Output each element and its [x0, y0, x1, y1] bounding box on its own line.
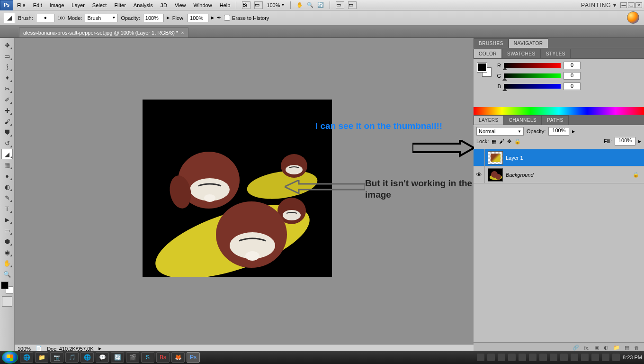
delete-layer-icon[interactable]: 🗑 [634, 345, 639, 351]
shape-tool[interactable]: ▭ [1, 225, 13, 236]
dodge-tool[interactable]: ◐ [1, 182, 13, 192]
taskbar-app-icon[interactable]: 🎬 [126, 352, 139, 363]
zoom-tool-icon[interactable]: 🔍 [307, 2, 313, 8]
b-slider[interactable] [504, 84, 561, 89]
menu-select[interactable]: Select [89, 2, 111, 8]
tray-icon[interactable] [529, 354, 537, 361]
layer-row[interactable]: 👁 Layer 1 [474, 149, 644, 166]
opacity-field[interactable]: 100% [143, 14, 164, 22]
blur-tool[interactable]: ● [1, 171, 13, 181]
adjustment-layer-icon[interactable]: ◐ [604, 345, 608, 351]
layer-mask-icon[interactable]: ▣ [594, 345, 599, 351]
pen-tool[interactable]: ✎ [1, 192, 13, 203]
screen-mode-icon[interactable]: ▭ [336, 1, 344, 9]
menu-help[interactable]: Help [216, 2, 234, 8]
taskbar-app-icon[interactable]: 🔄 [111, 352, 124, 363]
arrange-docs-icon[interactable]: ▭ [254, 1, 263, 9]
document-tab[interactable]: alessi-banana-bros-salt-pepper-set.jpg @… [19, 27, 188, 37]
g-value-field[interactable]: 0 [564, 72, 581, 80]
tray-icon[interactable] [560, 354, 568, 361]
brush-preset-picker[interactable]: • [36, 14, 55, 22]
opacity-arrow-icon[interactable]: ▶ [572, 129, 575, 134]
navigator-panel-tab[interactable]: NAVIGATOR [509, 38, 548, 48]
layer-thumbnail[interactable] [488, 151, 503, 164]
layer-name[interactable]: Layer 1 [506, 155, 523, 161]
type-tool[interactable]: T [1, 203, 13, 214]
menu-window[interactable]: Window [190, 2, 216, 8]
opacity-arrow-icon[interactable]: ▶ [167, 16, 170, 20]
tray-icon[interactable] [519, 354, 526, 361]
fill-arrow-icon[interactable]: ▶ [638, 139, 641, 144]
layer-name[interactable]: Background [506, 172, 534, 178]
brush-tool[interactable]: 🖌 [1, 116, 13, 127]
b-value-field[interactable]: 0 [564, 82, 581, 90]
3d-tool[interactable]: ⬢ [1, 236, 13, 246]
fill-field[interactable]: 100% [615, 137, 635, 146]
taskbar-photoshop-icon[interactable]: Ps [187, 352, 200, 363]
taskbar-app-icon[interactable]: 📷 [50, 352, 63, 363]
layers-panel-tab[interactable]: LAYERS [474, 115, 504, 125]
taskbar-app-icon[interactable]: 🦊 [171, 352, 185, 363]
color-spectrum[interactable] [474, 107, 644, 115]
flow-field[interactable]: 100% [188, 14, 208, 22]
brushes-panel-tab[interactable]: BRUSHES [474, 38, 509, 48]
channels-panel-tab[interactable]: CHANNELS [504, 115, 542, 125]
menu-file[interactable]: File [13, 2, 29, 8]
erase-to-history-checkbox[interactable]: Erase to History [224, 15, 269, 21]
menu-layer[interactable]: Layer [68, 2, 89, 8]
marquee-tool[interactable]: ▭ [1, 51, 13, 61]
eraser-tool[interactable]: ◢ [1, 149, 13, 159]
paths-panel-tab[interactable]: PATHS [542, 115, 568, 125]
zoom-tool[interactable]: 🔍 [1, 269, 13, 279]
tray-icon[interactable] [571, 354, 578, 361]
flow-arrow-icon[interactable]: ▶ [211, 16, 214, 20]
lock-transparency-icon[interactable]: ▦ [492, 138, 496, 145]
group-icon[interactable]: 📁 [613, 345, 620, 351]
new-layer-icon[interactable]: ▤ [625, 345, 629, 351]
layer-opacity-field[interactable]: 100% [548, 127, 569, 136]
lock-pixels-icon[interactable]: 🖌 [499, 138, 504, 144]
3d-camera-tool[interactable]: ◉ [1, 247, 13, 257]
lasso-tool[interactable]: ⟆ [1, 62, 13, 72]
link-layers-icon[interactable]: 🔗 [572, 345, 579, 351]
hand-tool[interactable]: ✋ [1, 258, 13, 268]
tray-icon[interactable] [498, 354, 505, 361]
taskbar-app-icon[interactable]: 💬 [96, 352, 109, 363]
taskbar-app-icon[interactable]: S [141, 352, 154, 363]
start-button[interactable] [2, 351, 18, 364]
tray-icon[interactable] [487, 354, 495, 361]
close-button[interactable]: ✕ [635, 2, 642, 8]
lock-position-icon[interactable]: ✥ [507, 138, 511, 145]
close-tab-icon[interactable]: × [181, 30, 184, 36]
current-tool-eraser-icon[interactable]: ◢ [4, 13, 15, 23]
history-brush-tool[interactable]: ↺ [1, 138, 13, 148]
taskbar-app-icon[interactable]: Bs [156, 352, 170, 363]
color-panel-tab[interactable]: COLOR [474, 49, 502, 58]
tray-icon[interactable] [591, 354, 599, 361]
taskbar-app-icon[interactable]: 📁 [35, 352, 48, 363]
path-select-tool[interactable]: ▶ [1, 214, 13, 225]
layer-row[interactable]: 👁 Background 🔒 [474, 166, 644, 183]
clock[interactable]: 8:23 PM [623, 355, 642, 360]
workspace-switcher[interactable]: PAINTING ▾ [581, 2, 617, 9]
quick-select-tool[interactable]: ✦ [1, 73, 13, 83]
color-swatches[interactable] [1, 282, 13, 294]
extras-icon[interactable]: ▭ [348, 1, 357, 9]
healing-tool[interactable]: ✚ [1, 105, 13, 116]
taskbar-app-icon[interactable]: 🌐 [20, 352, 33, 363]
lock-all-icon[interactable]: 🔒 [514, 138, 521, 145]
airbrush-icon[interactable]: ✒ [217, 15, 221, 21]
taskbar-app-icon[interactable]: 🎵 [65, 352, 79, 363]
menu-image[interactable]: Image [46, 2, 68, 8]
bridge-icon[interactable]: Br [242, 1, 250, 9]
stamp-tool[interactable]: ⛊ [1, 127, 13, 137]
minimize-button[interactable]: — [620, 2, 627, 8]
styles-panel-tab[interactable]: STYLES [541, 49, 571, 58]
tray-icon[interactable] [539, 354, 547, 361]
eyedropper-tool[interactable]: ✐ [1, 94, 13, 105]
gradient-tool[interactable]: ▦ [1, 160, 13, 170]
menu-view[interactable]: View [171, 2, 190, 8]
layer-thumbnail[interactable] [488, 168, 503, 182]
crop-tool[interactable]: ✂ [1, 83, 13, 94]
menu-3d[interactable]: 3D [157, 2, 171, 8]
